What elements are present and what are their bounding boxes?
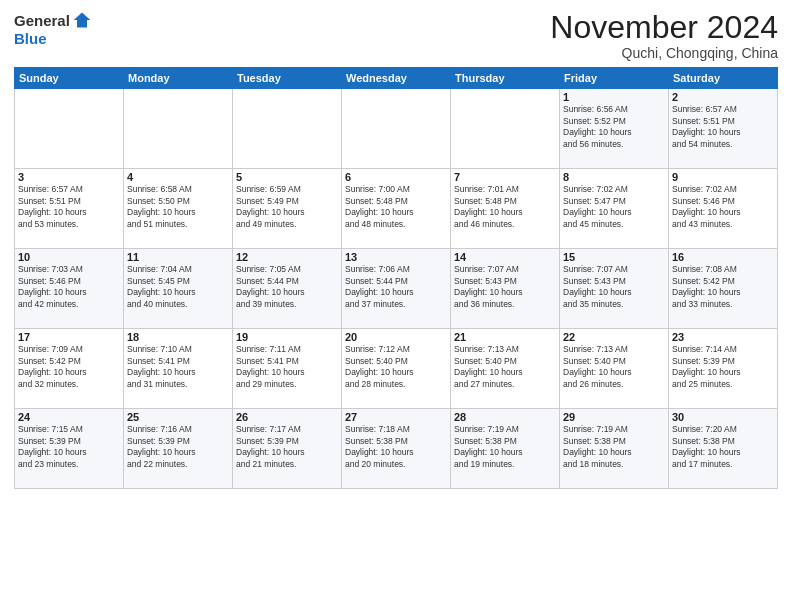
header-row: General Blue November 2024 Quchi, Chongq… xyxy=(14,10,778,61)
day-info: Sunrise: 7:06 AM Sunset: 5:44 PM Dayligh… xyxy=(345,264,447,310)
cell-w2-d1: 3Sunrise: 6:57 AM Sunset: 5:51 PM Daylig… xyxy=(15,169,124,249)
col-tuesday: Tuesday xyxy=(233,68,342,89)
logo: General Blue xyxy=(14,10,92,47)
cell-w4-d5: 21Sunrise: 7:13 AM Sunset: 5:40 PM Dayli… xyxy=(451,329,560,409)
day-info: Sunrise: 7:08 AM Sunset: 5:42 PM Dayligh… xyxy=(672,264,774,310)
logo-icon xyxy=(72,10,92,30)
cell-w3-d2: 11Sunrise: 7:04 AM Sunset: 5:45 PM Dayli… xyxy=(124,249,233,329)
col-wednesday: Wednesday xyxy=(342,68,451,89)
cell-w3-d6: 15Sunrise: 7:07 AM Sunset: 5:43 PM Dayli… xyxy=(560,249,669,329)
day-number: 15 xyxy=(563,251,665,263)
cell-w1-d1 xyxy=(15,89,124,169)
day-number: 8 xyxy=(563,171,665,183)
cell-w5-d4: 27Sunrise: 7:18 AM Sunset: 5:38 PM Dayli… xyxy=(342,409,451,489)
week-row-5: 24Sunrise: 7:15 AM Sunset: 5:39 PM Dayli… xyxy=(15,409,778,489)
day-number: 2 xyxy=(672,91,774,103)
day-info: Sunrise: 7:13 AM Sunset: 5:40 PM Dayligh… xyxy=(563,344,665,390)
day-info: Sunrise: 7:07 AM Sunset: 5:43 PM Dayligh… xyxy=(454,264,556,310)
cell-w5-d1: 24Sunrise: 7:15 AM Sunset: 5:39 PM Dayli… xyxy=(15,409,124,489)
cell-w1-d3 xyxy=(233,89,342,169)
title-block: November 2024 Quchi, Chongqing, China xyxy=(550,10,778,61)
cell-w4-d7: 23Sunrise: 7:14 AM Sunset: 5:39 PM Dayli… xyxy=(669,329,778,409)
logo-text: General xyxy=(14,10,92,30)
header-row-days: Sunday Monday Tuesday Wednesday Thursday… xyxy=(15,68,778,89)
cell-w3-d5: 14Sunrise: 7:07 AM Sunset: 5:43 PM Dayli… xyxy=(451,249,560,329)
day-info: Sunrise: 7:20 AM Sunset: 5:38 PM Dayligh… xyxy=(672,424,774,470)
cell-w4-d3: 19Sunrise: 7:11 AM Sunset: 5:41 PM Dayli… xyxy=(233,329,342,409)
day-number: 28 xyxy=(454,411,556,423)
cell-w3-d4: 13Sunrise: 7:06 AM Sunset: 5:44 PM Dayli… xyxy=(342,249,451,329)
subtitle: Quchi, Chongqing, China xyxy=(550,45,778,61)
day-number: 4 xyxy=(127,171,229,183)
calendar-container: General Blue November 2024 Quchi, Chongq… xyxy=(0,0,792,612)
day-info: Sunrise: 7:19 AM Sunset: 5:38 PM Dayligh… xyxy=(454,424,556,470)
day-info: Sunrise: 7:01 AM Sunset: 5:48 PM Dayligh… xyxy=(454,184,556,230)
week-row-1: 1Sunrise: 6:56 AM Sunset: 5:52 PM Daylig… xyxy=(15,89,778,169)
day-number: 3 xyxy=(18,171,120,183)
day-info: Sunrise: 7:00 AM Sunset: 5:48 PM Dayligh… xyxy=(345,184,447,230)
day-info: Sunrise: 6:56 AM Sunset: 5:52 PM Dayligh… xyxy=(563,104,665,150)
day-number: 10 xyxy=(18,251,120,263)
day-info: Sunrise: 6:57 AM Sunset: 5:51 PM Dayligh… xyxy=(18,184,120,230)
day-number: 9 xyxy=(672,171,774,183)
day-number: 14 xyxy=(454,251,556,263)
col-monday: Monday xyxy=(124,68,233,89)
cell-w4-d1: 17Sunrise: 7:09 AM Sunset: 5:42 PM Dayli… xyxy=(15,329,124,409)
day-number: 27 xyxy=(345,411,447,423)
cell-w2-d7: 9Sunrise: 7:02 AM Sunset: 5:46 PM Daylig… xyxy=(669,169,778,249)
day-info: Sunrise: 7:13 AM Sunset: 5:40 PM Dayligh… xyxy=(454,344,556,390)
day-info: Sunrise: 7:03 AM Sunset: 5:46 PM Dayligh… xyxy=(18,264,120,310)
logo-blue: Blue xyxy=(14,30,47,47)
svg-marker-0 xyxy=(74,13,91,28)
cell-w3-d7: 16Sunrise: 7:08 AM Sunset: 5:42 PM Dayli… xyxy=(669,249,778,329)
day-number: 26 xyxy=(236,411,338,423)
cell-w5-d7: 30Sunrise: 7:20 AM Sunset: 5:38 PM Dayli… xyxy=(669,409,778,489)
cell-w5-d2: 25Sunrise: 7:16 AM Sunset: 5:39 PM Dayli… xyxy=(124,409,233,489)
col-saturday: Saturday xyxy=(669,68,778,89)
day-info: Sunrise: 7:09 AM Sunset: 5:42 PM Dayligh… xyxy=(18,344,120,390)
cell-w4-d2: 18Sunrise: 7:10 AM Sunset: 5:41 PM Dayli… xyxy=(124,329,233,409)
day-info: Sunrise: 7:02 AM Sunset: 5:46 PM Dayligh… xyxy=(672,184,774,230)
cell-w5-d5: 28Sunrise: 7:19 AM Sunset: 5:38 PM Dayli… xyxy=(451,409,560,489)
day-number: 6 xyxy=(345,171,447,183)
day-number: 20 xyxy=(345,331,447,343)
day-number: 11 xyxy=(127,251,229,263)
day-number: 18 xyxy=(127,331,229,343)
cell-w4-d6: 22Sunrise: 7:13 AM Sunset: 5:40 PM Dayli… xyxy=(560,329,669,409)
day-info: Sunrise: 7:18 AM Sunset: 5:38 PM Dayligh… xyxy=(345,424,447,470)
day-info: Sunrise: 7:15 AM Sunset: 5:39 PM Dayligh… xyxy=(18,424,120,470)
day-info: Sunrise: 6:59 AM Sunset: 5:49 PM Dayligh… xyxy=(236,184,338,230)
day-number: 29 xyxy=(563,411,665,423)
day-info: Sunrise: 7:16 AM Sunset: 5:39 PM Dayligh… xyxy=(127,424,229,470)
day-info: Sunrise: 7:10 AM Sunset: 5:41 PM Dayligh… xyxy=(127,344,229,390)
cell-w2-d3: 5Sunrise: 6:59 AM Sunset: 5:49 PM Daylig… xyxy=(233,169,342,249)
day-number: 7 xyxy=(454,171,556,183)
day-number: 25 xyxy=(127,411,229,423)
main-title: November 2024 xyxy=(550,10,778,45)
cell-w5-d6: 29Sunrise: 7:19 AM Sunset: 5:38 PM Dayli… xyxy=(560,409,669,489)
day-number: 21 xyxy=(454,331,556,343)
day-number: 12 xyxy=(236,251,338,263)
day-info: Sunrise: 7:07 AM Sunset: 5:43 PM Dayligh… xyxy=(563,264,665,310)
cell-w1-d6: 1Sunrise: 6:56 AM Sunset: 5:52 PM Daylig… xyxy=(560,89,669,169)
day-info: Sunrise: 7:02 AM Sunset: 5:47 PM Dayligh… xyxy=(563,184,665,230)
day-info: Sunrise: 6:57 AM Sunset: 5:51 PM Dayligh… xyxy=(672,104,774,150)
cell-w3-d1: 10Sunrise: 7:03 AM Sunset: 5:46 PM Dayli… xyxy=(15,249,124,329)
cell-w4-d4: 20Sunrise: 7:12 AM Sunset: 5:40 PM Dayli… xyxy=(342,329,451,409)
cell-w2-d2: 4Sunrise: 6:58 AM Sunset: 5:50 PM Daylig… xyxy=(124,169,233,249)
week-row-3: 10Sunrise: 7:03 AM Sunset: 5:46 PM Dayli… xyxy=(15,249,778,329)
cell-w2-d5: 7Sunrise: 7:01 AM Sunset: 5:48 PM Daylig… xyxy=(451,169,560,249)
day-number: 13 xyxy=(345,251,447,263)
cell-w1-d5 xyxy=(451,89,560,169)
logo-general: General xyxy=(14,12,70,29)
day-number: 30 xyxy=(672,411,774,423)
day-info: Sunrise: 6:58 AM Sunset: 5:50 PM Dayligh… xyxy=(127,184,229,230)
cell-w1-d4 xyxy=(342,89,451,169)
day-number: 24 xyxy=(18,411,120,423)
day-info: Sunrise: 7:14 AM Sunset: 5:39 PM Dayligh… xyxy=(672,344,774,390)
day-number: 23 xyxy=(672,331,774,343)
calendar-body: 1Sunrise: 6:56 AM Sunset: 5:52 PM Daylig… xyxy=(15,89,778,489)
day-info: Sunrise: 7:12 AM Sunset: 5:40 PM Dayligh… xyxy=(345,344,447,390)
calendar-table: Sunday Monday Tuesday Wednesday Thursday… xyxy=(14,67,778,489)
cell-w1-d7: 2Sunrise: 6:57 AM Sunset: 5:51 PM Daylig… xyxy=(669,89,778,169)
